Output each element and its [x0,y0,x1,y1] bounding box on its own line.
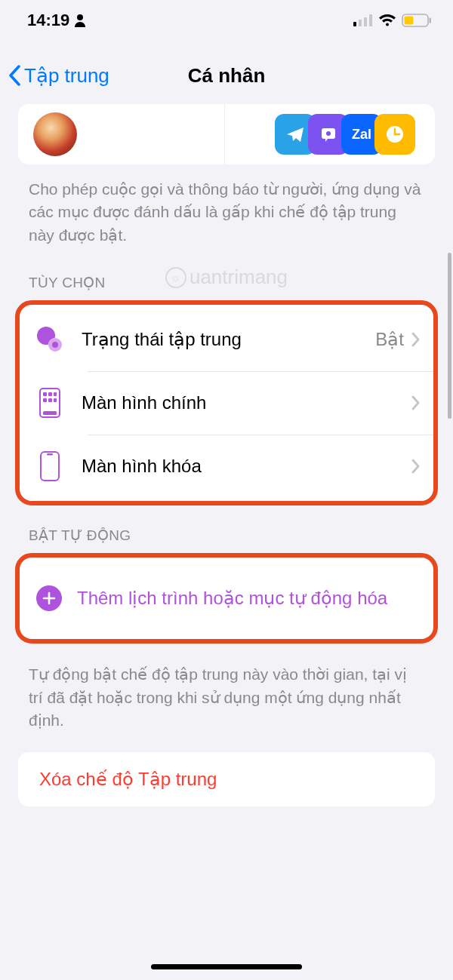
home-screen-row[interactable]: Màn hình chính [20,371,433,435]
svg-rect-20 [54,398,57,402]
allowed-apps[interactable]: Zal [225,104,436,164]
nav-bar: Tập trung Cá nhân [0,53,453,98]
allowed-description: Cho phép cuộc gọi và thông báo từ người,… [0,169,453,253]
options-group-highlight: Trạng thái tập trung Bật Màn hình chính … [15,300,438,505]
back-label: Tập trung [24,64,109,88]
svg-point-0 [77,14,83,20]
svg-rect-4 [369,14,372,26]
focus-status-icon [33,323,66,356]
page-title: Cá nhân [188,64,266,88]
plus-icon [36,585,62,611]
lock-screen-row[interactable]: Màn hình khóa [20,435,433,498]
lock-screen-icon [33,450,66,483]
svg-rect-18 [43,398,47,402]
chevron-left-icon [8,65,21,86]
delete-focus-label: Xóa chế độ Tập trung [39,769,414,790]
focus-status-value: Bật [375,329,404,350]
svg-rect-15 [43,392,47,396]
status-bar: 14:19 [0,0,453,38]
home-indicator[interactable] [151,964,302,969]
svg-rect-7 [430,18,432,23]
svg-point-8 [326,131,331,136]
svg-rect-16 [48,392,52,396]
svg-point-13 [52,342,58,348]
focus-status-row[interactable]: Trạng thái tập trung Bật [20,308,433,371]
status-icons [353,14,432,27]
auto-group-highlight: Thêm lịch trình hoặc mục tự động hóa [15,553,438,644]
home-screen-label: Màn hình chính [82,392,411,413]
chevron-right-icon [411,332,420,347]
add-schedule-label: Thêm lịch trình hoặc mục tự động hóa [77,586,395,610]
svg-rect-23 [47,453,53,456]
chevron-right-icon [411,459,420,474]
svg-rect-6 [405,17,414,25]
battery-icon [402,14,432,27]
allowed-people[interactable] [18,104,225,164]
wifi-icon [378,14,396,27]
svg-rect-19 [48,398,52,402]
svg-rect-2 [359,20,362,26]
svg-rect-1 [353,22,356,26]
back-button[interactable]: Tập trung [8,64,109,88]
lock-screen-label: Màn hình khóa [82,456,411,477]
clock-icon [374,114,415,155]
chevron-right-icon [411,395,420,410]
svg-rect-3 [364,17,367,26]
delete-focus-button[interactable]: Xóa chế độ Tập trung [18,752,435,806]
allowed-notifications-card: Zal [18,104,435,164]
svg-rect-17 [54,392,57,396]
section-header-auto: BẬT TỰ ĐỘNG [0,505,453,553]
svg-rect-22 [41,452,59,481]
focus-status-label: Trạng thái tập trung [82,329,375,350]
svg-rect-21 [43,411,57,415]
scroll-indicator[interactable] [448,253,451,419]
home-screen-icon [33,386,66,419]
avatar [33,112,77,156]
person-icon [74,14,86,27]
auto-description: Tự động bật chế độ tập trung này vào thờ… [0,644,453,738]
cellular-icon [353,14,373,26]
section-header-options: TÙY CHỌN [0,253,453,300]
status-time: 14:19 [27,11,86,30]
add-schedule-row[interactable]: Thêm lịch trình hoặc mục tự động hóa [20,561,433,636]
